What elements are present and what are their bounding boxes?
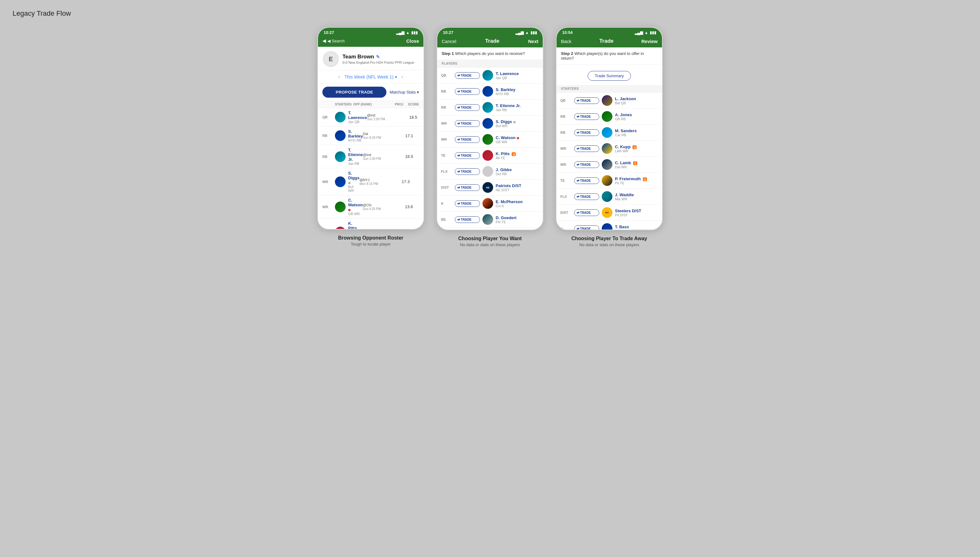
trade-btn-ck[interactable]: ⇄ TRADE	[574, 145, 599, 152]
trade-btn-tl[interactable]: ⇄ TRADE	[455, 72, 480, 79]
phone2-nav: Cancel Trade Next	[437, 36, 543, 47]
phone3-status-right: ▂▄▆ ▲ ▮▮▮	[635, 31, 657, 35]
phone3-nav: Back Trade Review	[557, 36, 662, 47]
phone3-caption: Choosing Player To Trade Away No data or…	[571, 236, 647, 247]
phone2-caption-title: Choosing Player You Want	[458, 236, 522, 241]
edit-icon[interactable]: ✎	[376, 54, 380, 59]
table-row: WR S. Diggs ⊞ Buf WR @NYJMon 8:15 PM 17.…	[318, 168, 423, 195]
trade-btn-emp[interactable]: ⇄ TRADE	[455, 200, 480, 207]
trade-summary-btn[interactable]: Trade Summary	[588, 71, 631, 81]
phone1-caption-title: Browsing Opponent Roster	[338, 235, 403, 241]
trade-btn-sb[interactable]: ⇄ TRADE	[455, 88, 480, 95]
table-row: QB T. Lawrence Jax QB @IndSun 1:00 PM 18…	[318, 108, 423, 127]
phone1-status-bar: 10:27 ▂▄▆ ▲ ▮▮▮	[318, 28, 423, 36]
phone3-container: 10:54 ▂▄▆ ▲ ▮▮▮ Back Trade Review Step 2…	[556, 27, 663, 247]
next-week-btn[interactable]: ›	[401, 73, 403, 80]
phones-row: 10:27 ▂▄▆ ▲ ▮▮▮ ◀ ◀ Search Close	[13, 27, 967, 247]
chevron-down-icon: ▾	[395, 75, 397, 80]
phone1-battery-icon: ▮▮▮	[411, 31, 418, 35]
week-label[interactable]: This Week (NFL Week 1) ▾	[345, 75, 397, 80]
phone3-back-btn[interactable]: Back	[561, 39, 571, 44]
list-item: QB ⇄ TRADE T. Lawrence Jax QB	[437, 67, 543, 83]
phone2-container: 10:27 ▂▄▆ ▲ ▮▮▮ Cancel Trade Next Step 1…	[437, 27, 543, 247]
phone2-caption-sub: No data or stats on these players	[458, 243, 522, 247]
trade-btn-tej[interactable]: ⇄ TRADE	[455, 104, 480, 111]
trade-btn-jw[interactable]: ⇄ TRADE	[574, 194, 599, 200]
phone2-caption: Choosing Player You Want No data or stat…	[458, 236, 522, 247]
phone3-wifi-icon: ▲	[644, 31, 648, 35]
trade-btn-steelers[interactable]: ⇄ TRADE	[574, 209, 599, 216]
list-item: FLX ⇄ TRADE J. Waddle Mia WR	[557, 189, 662, 205]
trade-summary-area: Trade Summary	[557, 65, 662, 85]
trade-btn-aj[interactable]: ⇄ TRADE	[574, 113, 599, 120]
phone3-review-btn[interactable]: Review	[641, 39, 658, 44]
phone1-wifi-icon: ▲	[406, 31, 410, 35]
team-logo: E	[323, 51, 339, 67]
phone3-body: Step 2 Which player(s) do you want to of…	[557, 47, 662, 230]
phone2-time: 10:27	[443, 30, 453, 35]
list-item: K ⇄ TRADE E. McPherson Cin K	[437, 195, 543, 212]
list-item: K ⇄ TRADE T. Bass Buf K	[557, 221, 662, 230]
phone2-signal-icon: ▂▄▆	[515, 31, 524, 35]
phone2-step-header: Step 1 Which players do you want to rece…	[437, 47, 543, 60]
page-title-text: Legacy Trade Flow	[13, 10, 967, 18]
list-item: FLX ⇄ TRADE J. Gibbs Det RB	[437, 164, 543, 179]
phone1-caption: Browsing Opponent Roster Tough to locate…	[338, 235, 403, 246]
trade-btn-cw[interactable]: ⇄ TRADE	[455, 136, 480, 143]
trade-btn-ne[interactable]: ⇄ TRADE	[455, 184, 480, 191]
table-row: WR C. Watson ⊠ GB WR @ChiSun 4:25 PM 13.…	[318, 195, 423, 218]
trade-btn-lj[interactable]: ⇄ TRADE	[574, 97, 599, 104]
avatar	[483, 150, 493, 161]
trade-btn-pf[interactable]: ⇄ TRADE	[574, 178, 599, 184]
phone2: 10:27 ▂▄▆ ▲ ▮▮▮ Cancel Trade Next Step 1…	[437, 27, 543, 230]
avatar	[483, 102, 493, 113]
phone2-battery-icon: ▮▮▮	[530, 31, 537, 35]
trade-btn-dg[interactable]: ⇄ TRADE	[455, 216, 480, 223]
starters-label: STARTERS	[557, 85, 662, 93]
trade-btn-kp[interactable]: ⇄ TRADE	[455, 152, 480, 159]
avatar	[602, 175, 613, 186]
avatar	[335, 202, 346, 212]
avatar	[483, 86, 493, 97]
team-info: Team Brown ✎ 0-0 New England Pro H2H Poi…	[343, 54, 414, 64]
phone3-battery-icon: ▮▮▮	[650, 31, 657, 35]
list-item: TE ⇄ TRADE P. Freiermuth Q Pit TE	[557, 173, 662, 189]
avatar	[335, 130, 346, 141]
propose-trade-btn[interactable]: PROPOSE TRADE	[322, 87, 387, 98]
propose-trade-row: PROPOSE TRADE Matchup Stats ▾	[318, 83, 423, 101]
week-nav: ‹ This Week (NFL Week 1) ▾ ›	[318, 70, 423, 83]
phone3-step-header: Step 2 Which player(s) do you want to of…	[557, 47, 662, 65]
table-row: RB S. Barkley NYG RB DalSun 8:20 PM 17.1…	[318, 127, 423, 145]
phone3-caption-sub: No data or stats on these players	[571, 243, 647, 247]
phone2-cancel-btn[interactable]: Cancel	[442, 39, 457, 44]
phone1-close-btn[interactable]: Close	[406, 38, 419, 44]
trade-btn-ms[interactable]: ⇄ TRADE	[574, 129, 599, 136]
phone2-wifi-icon: ▲	[525, 31, 529, 35]
list-item: TE ⇄ TRADE K. Pitts Q Atl TE	[437, 148, 543, 164]
phone2-next-btn[interactable]: Next	[528, 39, 538, 44]
trade-btn-cl[interactable]: ⇄ TRADE	[574, 161, 599, 168]
phone3: 10:54 ▂▄▆ ▲ ▮▮▮ Back Trade Review Step 2…	[556, 27, 663, 230]
phone1: 10:27 ▂▄▆ ▲ ▮▮▮ ◀ ◀ Search Close	[317, 27, 424, 230]
phone3-signal-icon: ▂▄▆	[635, 31, 643, 35]
avatar	[602, 95, 613, 106]
phone2-body: Step 1 Which players do you want to rece…	[437, 47, 543, 230]
phone2-status-right: ▂▄▆ ▲ ▮▮▮	[515, 31, 537, 35]
trade-btn-bass[interactable]: ⇄ TRADE	[574, 225, 599, 230]
trade-btn-sd[interactable]: ⇄ TRADE	[455, 120, 480, 127]
table-row: RB T. Etienne Jr. Jax RB @IndSun 1:00 PM…	[318, 145, 423, 168]
avatar	[602, 159, 613, 170]
phone1-back-btn[interactable]: ◀ ◀ Search	[322, 38, 345, 44]
avatar	[483, 166, 493, 177]
phone2-nav-title: Trade	[485, 38, 499, 44]
roster-table: STARTERS OPP (RANK) PROJ SCORE QB T. Law…	[318, 101, 423, 229]
matchup-stats-btn[interactable]: Matchup Stats ▾	[390, 90, 419, 94]
trade-btn-jg[interactable]: ⇄ TRADE	[455, 168, 480, 175]
list-item: BE ⇄ TRADE D. Goedert Phi TE	[437, 212, 543, 228]
avatar	[602, 143, 613, 154]
avatar	[335, 227, 346, 229]
phone3-nav-title: Trade	[599, 38, 613, 44]
phone2-players-header: PLAYERS	[437, 60, 543, 67]
prev-week-btn[interactable]: ‹	[338, 73, 340, 80]
list-item: WR ⇄ TRADE C. Lamb Q Dal WR	[557, 157, 662, 173]
